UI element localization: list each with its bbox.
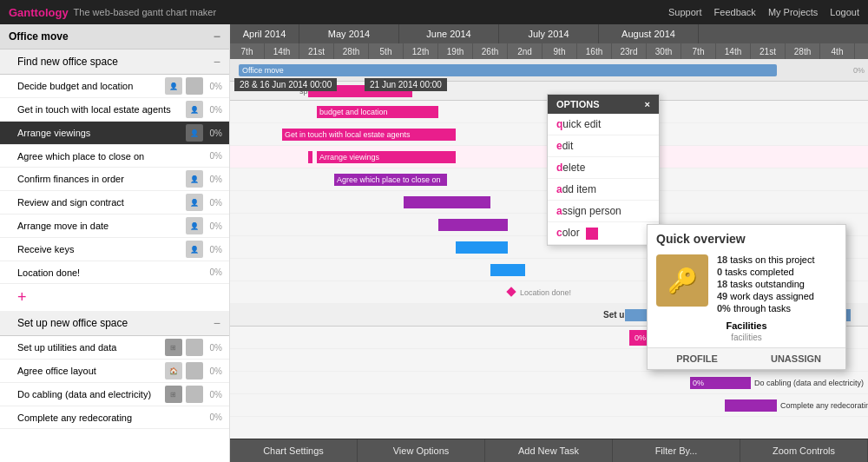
date-30th: 30th <box>647 43 681 59</box>
task-row-redecorating[interactable]: Complete any redecorating 0% <box>0 406 229 429</box>
month-july: July 2014 <box>499 24 599 43</box>
stat-tasks-project: 18 tasks on this project <box>717 254 837 265</box>
option-quick-edit[interactable]: quick edit <box>548 114 659 135</box>
bottom-toolbar: Chart Settings View Options Add New Task… <box>230 439 868 462</box>
month-header: April 2014 May 2014 June 2014 July 2014 … <box>230 24 868 43</box>
date-16th: 16th <box>577 43 612 59</box>
task-row-arrange-move[interactable]: Arrange move in date 👤 0% <box>0 214 229 238</box>
task-row-arrange-viewings[interactable]: Arrange viewings 👤 0% <box>0 122 229 145</box>
bar-budget: budget and location <box>317 106 438 118</box>
task-name-sign-contract: Review and sign contract <box>17 197 186 208</box>
date-14th-jul: 14th <box>716 43 751 59</box>
date-28th-jul: 28th <box>786 43 820 59</box>
task-avatar2-9 <box>186 339 203 356</box>
filter-by-btn[interactable]: Filter By... <box>613 439 740 462</box>
gantt-tooltip-1: 28 & 16 Jun 2014 00:00 <box>234 78 337 91</box>
task-row-decide-budget[interactable]: Decide budget and location 👤 0% <box>0 75 229 98</box>
option-color[interactable]: color <box>548 222 659 245</box>
section-header-find-office[interactable]: Find new office space − <box>0 50 229 75</box>
task-pct-sign-contract: 0% <box>210 198 222 208</box>
task-avatar2-11 <box>186 386 203 403</box>
task-pct-estate-agents: 0% <box>210 105 222 115</box>
task-avatar2-10 <box>186 362 203 380</box>
bar-agree-place: Agree which place to close on <box>334 174 447 186</box>
task-avatar-7: 👤 <box>186 217 203 234</box>
quick-overview-footer: PROFILE UNASSIGN <box>648 347 845 369</box>
task-row-estate-agents[interactable]: Get in touch with local estate agents 👤 … <box>0 98 229 122</box>
task-name-arrange-move: Arrange move in date <box>17 221 186 231</box>
task-name-agree-layout: Agree office layout <box>17 366 165 376</box>
section-title-office-move: Office move <box>9 30 69 43</box>
date-7th-jul: 7th <box>681 43 716 59</box>
date-19: 19th <box>438 43 473 59</box>
task-pct-cabling: 0% <box>210 390 222 399</box>
month-may: May 2014 <box>299 24 399 43</box>
gantt-tooltip-2: 21 Jun 2014 00:00 <box>365 78 447 91</box>
task-name-receive-keys: Receive keys <box>17 244 186 254</box>
option-edit[interactable]: edit <box>548 135 659 157</box>
collapse-setup-office[interactable]: − <box>214 316 220 330</box>
task-row-agree-place[interactable]: Agree which place to close on 0% <box>0 145 229 168</box>
bar-contract <box>438 219 508 231</box>
option-assign-person[interactable]: assign person <box>548 201 659 222</box>
task-name-redecorating: Complete any redecorating <box>17 412 207 423</box>
option-add-item[interactable]: add item <box>548 179 659 201</box>
bar-viewings: Arrange viewings <box>317 151 456 163</box>
task-row-utilities[interactable]: Set up utilities and data ⊞ 0% <box>0 336 229 360</box>
collapse-find-office[interactable]: − <box>214 55 220 69</box>
task-name-decide-budget: Decide budget and location <box>17 81 165 91</box>
task-row-receive-keys[interactable]: Receive keys 👤 0% <box>0 238 229 261</box>
date-28: 28th <box>334 43 369 59</box>
task-avatar-11: ⊞ <box>165 386 182 403</box>
task-row-agree-layout[interactable]: Agree office layout 🏠 0% <box>0 360 229 383</box>
task-row-cabling[interactable]: Do cabling (data and electricity) ⊞ 0% <box>0 383 229 406</box>
options-popup: OPTIONS × quick edit edit delete add ite… <box>547 94 660 246</box>
task-avatar-6: 👤 <box>186 194 203 211</box>
date-21: 21st <box>299 43 334 59</box>
task-avatar-5: 👤 <box>186 170 203 188</box>
task-row-confirm-finances[interactable]: Confirm finances in order 👤 0% <box>0 168 229 191</box>
stat-tasks-outstanding: 18 tasks outstanding <box>717 279 837 289</box>
bar-viewings-marker <box>308 151 312 163</box>
chart-settings-btn[interactable]: Chart Settings <box>230 439 358 462</box>
nav-support[interactable]: Support <box>668 7 702 17</box>
options-title: OPTIONS <box>556 99 600 109</box>
date-23rd: 23rd <box>612 43 647 59</box>
section-header-office-move[interactable]: Office move − <box>0 24 229 50</box>
section-title-setup-office: Set up new office space <box>17 317 128 329</box>
options-close[interactable]: × <box>645 99 650 109</box>
stat-through-tasks: 0% through tasks <box>717 303 837 314</box>
task-name-location-done: Location done! <box>17 267 207 278</box>
section-header-setup-office[interactable]: Set up new office space − <box>0 311 229 336</box>
quick-overview-avatar: 🔑 <box>656 254 708 307</box>
task-name-agree-place: Agree which place to close on <box>17 151 207 162</box>
task-pct-agree-layout: 0% <box>210 366 222 376</box>
option-delete[interactable]: delete <box>548 157 659 179</box>
bar-confirm <box>404 196 490 208</box>
task-row-sign-contract[interactable]: Review and sign contract 👤 0% <box>0 191 229 214</box>
task-pct-arrange-viewings: 0% <box>210 129 222 138</box>
month-april: April 2014 <box>230 24 299 43</box>
quick-overview-profile-btn[interactable]: PROFILE <box>648 348 746 369</box>
task-avatar-9: ⊞ <box>165 339 182 356</box>
nav-feedback[interactable]: Feedback <box>714 7 756 17</box>
main-container: Office move − Find new office space − De… <box>0 24 868 462</box>
quick-overview-person-sub: facilities <box>648 333 845 347</box>
task-pct-redecorating: 0% <box>210 412 222 422</box>
task-name-cabling: Do cabling (data and electricity) <box>17 389 165 399</box>
date-12: 12th <box>404 43 438 59</box>
top-navigation: Ganttology The web-based gantt chart mak… <box>0 0 868 24</box>
task-pct-decide-budget: 0% <box>210 82 222 91</box>
nav-my-projects[interactable]: My Projects <box>768 7 818 17</box>
add-new-task-btn[interactable]: Add New Task <box>485 439 613 462</box>
quick-overview-unassign-btn[interactable]: UNASSIGN <box>746 348 845 369</box>
task-row-location-done[interactable]: Location done! 0% <box>0 261 229 284</box>
task-pct-confirm-finances: 0% <box>210 175 222 184</box>
view-options-btn[interactable]: View Options <box>358 439 485 462</box>
zoom-controls-btn[interactable]: Zoom Controls <box>740 439 868 462</box>
quick-overview-stats: 18 tasks on this project 0 tasks complet… <box>717 254 837 315</box>
collapse-office-move[interactable]: − <box>214 30 220 43</box>
add-task-find-office[interactable]: + <box>0 284 229 311</box>
nav-logout[interactable]: Logout <box>830 7 859 17</box>
bar-move <box>456 241 508 254</box>
